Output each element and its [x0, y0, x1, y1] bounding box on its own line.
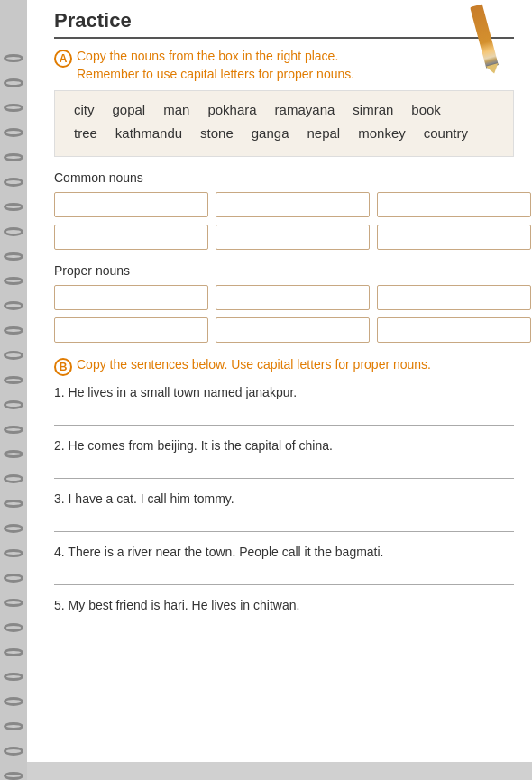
- section-a-circle: A: [54, 50, 72, 68]
- spiral-ring: [4, 599, 23, 607]
- sentence-2-text: 2. He comes from beijing. It is the capi…: [54, 436, 514, 455]
- common-noun-input-6[interactable]: [216, 225, 370, 250]
- spiral-ring: [4, 673, 23, 681]
- word-tree: tree: [69, 124, 103, 142]
- common-noun-input-1[interactable]: [54, 192, 208, 217]
- page-header: Practice: [54, 9, 514, 39]
- proper-noun-input-7[interactable]: [377, 317, 531, 343]
- spiral-ring: [4, 400, 23, 408]
- spiral-ring: [4, 549, 23, 557]
- proper-nouns-row-1: [54, 285, 514, 310]
- sentence-5-line: [54, 620, 514, 638]
- common-noun-input-3[interactable]: [377, 192, 531, 217]
- sentence-5: 5. My best friend is hari. He lives in c…: [54, 596, 514, 638]
- common-nouns-section: Common nouns: [54, 170, 514, 250]
- spiral-ring: [4, 450, 23, 458]
- common-nouns-row-1: [54, 192, 514, 217]
- spiral-ring: [4, 128, 23, 136]
- spiral-ring: [4, 648, 23, 656]
- common-nouns-row-2: [54, 225, 399, 250]
- word-pokhara: pokhara: [202, 100, 261, 119]
- sentence-3: 3. I have a cat. I call him tommy.: [54, 490, 514, 532]
- word-nepal: nepal: [302, 124, 346, 142]
- spiral-binding: [0, 0, 27, 780]
- common-noun-input-2[interactable]: [216, 192, 370, 217]
- sentence-2: 2. He comes from beijing. It is the capi…: [54, 436, 514, 479]
- section-b-circle: B: [54, 358, 72, 376]
- sentence-3-text: 3. I have a cat. I call him tommy.: [54, 490, 514, 509]
- spiral-ring: [4, 178, 23, 186]
- section-b: B Copy the sentences below. Use capital …: [54, 356, 514, 638]
- sentence-3-line: [54, 514, 514, 532]
- spiral-ring: [4, 153, 23, 161]
- proper-noun-input-6[interactable]: [216, 317, 370, 343]
- word-man: man: [158, 100, 195, 119]
- sentence-5-text: 5. My best friend is hari. He lives in c…: [54, 596, 514, 615]
- proper-nouns-section: Proper nouns: [54, 263, 514, 343]
- common-noun-input-7[interactable]: [377, 225, 531, 250]
- common-nouns-label: Common nouns: [54, 170, 514, 185]
- spiral-ring: [4, 301, 23, 309]
- pencil-icon: [470, 4, 499, 68]
- spiral-ring: [4, 623, 23, 631]
- sentence-1-text: 1. He lives in a small town named janakp…: [54, 383, 514, 402]
- page-content: Practice A Copy the nouns from the box i…: [27, 0, 532, 762]
- word-row-2: tree kathmandu stone ganga nepal monkey …: [69, 124, 500, 142]
- spiral-ring: [4, 722, 23, 730]
- spiral-ring: [4, 203, 23, 211]
- word-ganga: ganga: [246, 124, 295, 142]
- spiral-ring: [4, 252, 23, 261]
- spiral-ring: [4, 474, 23, 482]
- page-title: Practice: [54, 9, 132, 32]
- sentence-1: 1. He lives in a small town named janakp…: [54, 383, 514, 426]
- word-country: country: [418, 124, 473, 142]
- word-gopal: gopal: [107, 100, 151, 119]
- word-stone: stone: [195, 124, 239, 142]
- proper-noun-input-5[interactable]: [54, 317, 208, 343]
- sentence-4-text: 4. There is a river near the town. Peopl…: [54, 543, 514, 562]
- spiral-ring: [4, 426, 23, 434]
- spiral-ring: [4, 697, 23, 705]
- word-city: city: [69, 100, 100, 119]
- word-monkey: monkey: [353, 124, 411, 142]
- spiral-ring: [4, 277, 23, 285]
- spiral-ring: [4, 524, 23, 532]
- section-b-header: B Copy the sentences below. Use capital …: [54, 356, 514, 376]
- word-box: city gopal man pokhara ramayana simran b…: [54, 90, 514, 157]
- proper-nouns-row-2: [54, 317, 399, 343]
- pencil-decoration: [460, 0, 514, 72]
- word-ramayana: ramayana: [270, 100, 341, 119]
- word-kathmandu: kathmandu: [110, 124, 188, 142]
- section-a-instruction: Copy the nouns from the box in the right…: [77, 48, 354, 83]
- spiral-ring: [4, 376, 23, 384]
- spiral-ring: [4, 104, 23, 112]
- proper-nouns-label: Proper nouns: [54, 263, 514, 278]
- spiral-ring: [4, 227, 23, 235]
- spiral-ring: [4, 326, 23, 335]
- proper-noun-input-3[interactable]: [377, 285, 531, 310]
- spiral-ring: [4, 78, 23, 87]
- proper-noun-input-1[interactable]: [54, 285, 208, 310]
- spiral-ring: [4, 351, 23, 359]
- spiral-ring: [4, 500, 23, 508]
- spiral-ring: [4, 772, 23, 780]
- word-book: book: [406, 100, 446, 119]
- word-row-1: city gopal man pokhara ramayana simran b…: [69, 100, 500, 119]
- sentence-4-line: [54, 567, 514, 585]
- spiral-ring: [4, 574, 23, 582]
- common-noun-input-5[interactable]: [54, 225, 208, 250]
- proper-noun-input-2[interactable]: [216, 285, 370, 310]
- section-b-instruction: Copy the sentences below. Use capital le…: [77, 356, 431, 374]
- sentence-1-line: [54, 408, 514, 426]
- section-a-header: A Copy the nouns from the box in the rig…: [54, 48, 514, 83]
- spiral-ring: [4, 54, 23, 62]
- sentence-4: 4. There is a river near the town. Peopl…: [54, 543, 514, 585]
- spiral-ring: [4, 747, 23, 755]
- word-simran: simran: [347, 100, 399, 119]
- sentence-2-line: [54, 461, 514, 479]
